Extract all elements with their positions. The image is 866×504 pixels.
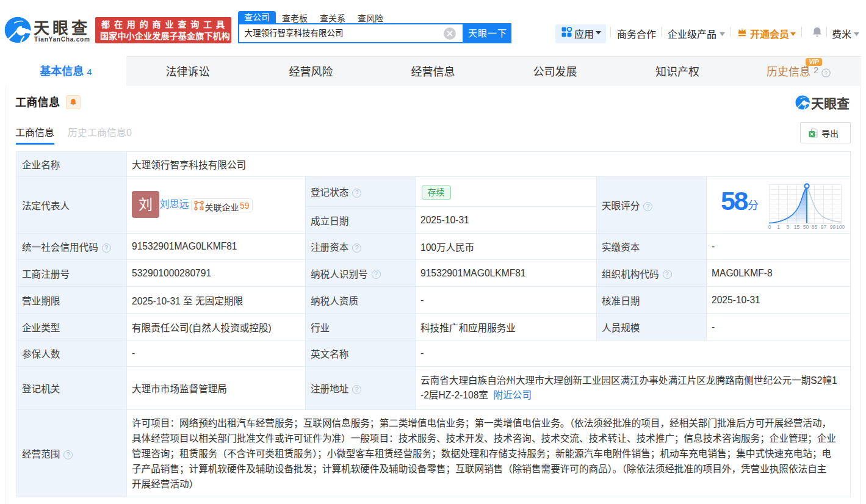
svg-text:50: 50 (803, 224, 809, 230)
svg-text:15: 15 (793, 224, 799, 230)
svg-text:0: 0 (768, 224, 771, 230)
svg-text:97: 97 (820, 224, 826, 230)
svg-text:1: 1 (777, 224, 780, 230)
svg-text:99: 99 (829, 224, 835, 230)
svg-text:85: 85 (811, 224, 817, 230)
svg-text:企: 企 (200, 206, 204, 211)
svg-text:?: ? (825, 70, 828, 76)
svg-text:100: 100 (835, 224, 844, 230)
svg-text:3: 3 (786, 224, 789, 230)
